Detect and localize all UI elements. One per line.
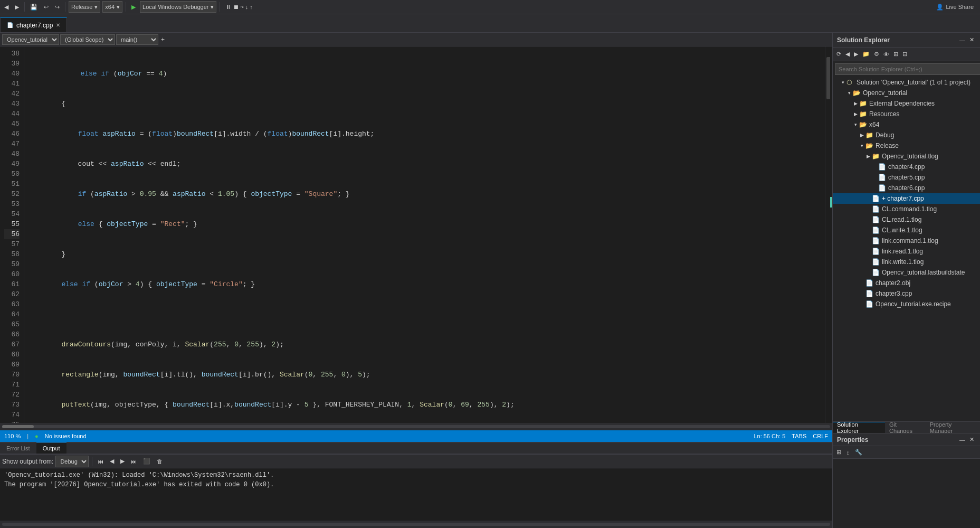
tree-item-chapter5[interactable]: 📄 chapter5.cpp [833, 172, 980, 183]
props-sort-btn[interactable]: ↕ [845, 449, 851, 456]
tree-item-chapter7[interactable]: 📄 + chapter7.cpp [833, 193, 980, 204]
code-editor[interactable]: 3839404142 4344454647 4849505152 535455 … [0, 46, 832, 423]
output-wrap-btn[interactable]: ⬛ [141, 456, 153, 467]
output-tab-bar: Error List Output [0, 442, 832, 454]
tree-item-cl-write[interactable]: 📄 CL.write.1.tlog [833, 225, 980, 235]
chapter5-icon: 📄 [878, 174, 887, 181]
forward-btn[interactable]: ▶ [13, 1, 21, 13]
zoom-level[interactable]: 110 % [4, 433, 21, 439]
se-pin-btn[interactable]: — [958, 36, 967, 44]
output-line-1: 'Opencv_tutorial.exe' (Win32): Loaded 'C… [4, 470, 828, 480]
tree-item-external-deps[interactable]: ▶ 📁 External Dependencies [833, 98, 980, 109]
output-next-btn[interactable]: ▶ [118, 456, 127, 467]
project-icon: 📂 [853, 89, 861, 97]
output-last-btn[interactable]: ⏭ [129, 456, 139, 467]
tree-item-cl-read[interactable]: 📄 CL.read.1.tlog [833, 214, 980, 225]
code-line: else if (objCor == 4) [28, 69, 821, 79]
back-btn[interactable]: ◀ [2, 1, 11, 13]
code-line: float aspRatio = (float)boundRect[i].wid… [28, 129, 821, 139]
tree-item-lastbuildstate[interactable]: 📄 Opencv_tutorial.lastbuildstate [833, 267, 980, 278]
output-content: 'Opencv_tutorial.exe' (Win32): Loaded 'C… [0, 468, 832, 521]
props-wrench-btn[interactable]: 🔧 [853, 448, 864, 456]
output-scrollbar[interactable] [0, 521, 832, 528]
status-separator: | [27, 433, 28, 439]
horizontal-scrollbar[interactable] [0, 423, 832, 430]
se-close-btn[interactable]: ✕ [968, 36, 976, 44]
se-collapse-btn[interactable]: ⊟ [901, 50, 909, 58]
config-dropdown[interactable]: Release ▾ [69, 1, 100, 13]
tree-item-link-write[interactable]: 📄 link.write.1.tlog [833, 257, 980, 267]
live-share[interactable]: 👤 Live Share [932, 3, 978, 12]
tree-item-cl-command[interactable]: 📄 CL.command.1.tlog [833, 204, 980, 214]
output-sep [92, 457, 92, 466]
tree-item-resources[interactable]: ▶ 📁 Resources [833, 109, 980, 119]
tree-item-chapter6[interactable]: 📄 chapter6.cpp [833, 183, 980, 193]
output-prev-btn[interactable]: ◀ [108, 456, 116, 467]
tree-item-release[interactable]: ▾ 📂 Release [833, 140, 980, 151]
platform-dropdown[interactable]: x64 ▾ [102, 1, 122, 13]
solution-icon: ⬡ [846, 79, 855, 86]
tree-item-chapter3[interactable]: 📄 chapter3.cpp [833, 288, 980, 299]
play-btn[interactable]: ▶ [129, 1, 138, 13]
se-tab-solution-explorer[interactable]: Solution Explorer [833, 422, 885, 433]
props-grid-btn[interactable]: ⊞ [835, 448, 843, 456]
se-tab-property-manager[interactable]: Property Manager [926, 422, 980, 433]
se-folder-btn[interactable]: 📁 [861, 50, 871, 58]
se-tab-git-changes[interactable]: Git Changes [885, 422, 926, 433]
tree-item-link-read[interactable]: 📄 link.read.1.tlog [833, 246, 980, 257]
undo-btn[interactable]: ↩ [42, 1, 51, 13]
code-line: rectangle(img, boundRect[i].tl(), boundR… [28, 370, 821, 380]
x64-icon: 📂 [859, 121, 868, 128]
tab-error-list[interactable]: Error List [0, 442, 36, 454]
tab-output[interactable]: Output [36, 442, 66, 454]
tree-item-link-command[interactable]: 📄 link.command.1.tlog [833, 235, 980, 246]
output-clear-btn[interactable]: 🗑 [155, 456, 165, 467]
tab-file-icon: 📄 [7, 22, 13, 28]
file-selector[interactable]: Opencv_tutorial [2, 34, 59, 45]
tree-item-tlog-folder[interactable]: ▶ 📁 Opencv_tutorial.tlog [833, 151, 980, 162]
save-all-btn[interactable]: 💾 [28, 1, 40, 13]
expand-editor-btn[interactable]: + [159, 35, 166, 44]
redo-btn[interactable]: ↪ [53, 1, 62, 13]
se-back-btn[interactable]: ◀ [844, 50, 851, 58]
debug-btns[interactable]: ⏸ ⏹ ↷ ↓ ↑ [223, 1, 254, 13]
output-source-dropdown[interactable]: Debug [55, 456, 89, 467]
tree-item-debug[interactable]: ▶ 📁 Debug [833, 130, 980, 140]
sep3 [126, 2, 126, 12]
recipe-icon: 📄 [865, 300, 874, 308]
output-first-btn[interactable]: ⏮ [96, 456, 106, 467]
ext-deps-icon: 📁 [859, 100, 868, 107]
debug-folder-icon: 📁 [865, 131, 874, 139]
sep1 [24, 2, 25, 12]
scope-selector[interactable]: (Global Scope) [60, 34, 115, 45]
tree-item-chapter2-obj[interactable]: 📄 chapter2.obj [833, 278, 980, 288]
link-read-icon: 📄 [872, 248, 880, 255]
tab-close-btn[interactable]: ✕ [56, 22, 60, 28]
tree-item-recipe[interactable]: 📄 Opencv_tutorial.exe.recipe [833, 299, 980, 309]
search-solution-input[interactable] [835, 63, 980, 75]
editor-vertical-scrollbar[interactable] [825, 46, 832, 423]
editor-tab-chapter7[interactable]: 📄 chapter7.cpp ✕ [0, 17, 67, 32]
code-content[interactable]: else if (objCor == 4) { float aspRatio =… [24, 46, 825, 423]
tree-item-project[interactable]: ▾ 📂 Opencv_tutorial [833, 88, 980, 98]
change-indicator [830, 197, 832, 208]
debugger-dropdown[interactable]: Local Windows Debugger ▾ [140, 1, 216, 13]
properties-close-btn[interactable]: ✕ [968, 436, 976, 444]
se-fwd-btn[interactable]: ▶ [852, 50, 860, 58]
code-line: { [28, 99, 821, 109]
se-props-btn[interactable]: ⚙ [872, 50, 881, 58]
se-preview-btn[interactable]: 👁 [882, 51, 891, 58]
line-numbers: 3839404142 4344454647 4849505152 535455 … [0, 46, 24, 423]
code-line: } [28, 249, 821, 259]
properties-pin-btn[interactable]: — [958, 436, 967, 444]
properties-panel: Properties — ✕ ⊞ ↕ 🔧 [833, 433, 980, 528]
se-sync-btn[interactable]: ⟳ [835, 50, 843, 58]
tree-item-x64[interactable]: ▾ 📂 x64 [833, 119, 980, 130]
tree-item-solution[interactable]: ▾ ⬡ Solution 'Opencv_tutorial' (1 of 1 p… [833, 77, 980, 88]
config-dropdown-arrow: ▾ [94, 4, 98, 11]
tab-bar: 📄 chapter7.cpp ✕ [0, 14, 980, 33]
scroll-thumb[interactable] [2, 425, 34, 428]
nav-selector[interactable]: main() [116, 34, 158, 45]
tree-item-chapter4[interactable]: 📄 chapter4.cpp [833, 162, 980, 172]
se-filter-btn[interactable]: ⊞ [892, 50, 900, 58]
